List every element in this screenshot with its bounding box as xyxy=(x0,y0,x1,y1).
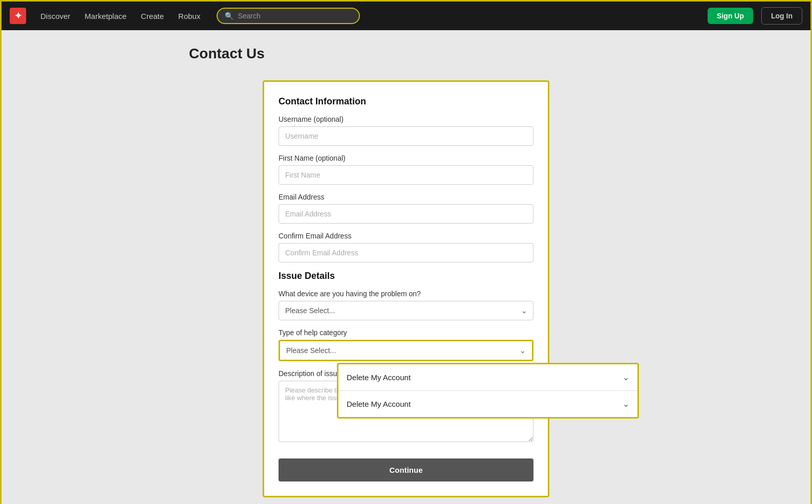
dropdown-item-1[interactable]: Delete My Account ⌄ xyxy=(338,391,637,417)
nav-links: Discover Marketplace Create Robux xyxy=(34,8,206,25)
nav-create[interactable]: Create xyxy=(135,8,170,25)
help-category-select[interactable]: Please Select... xyxy=(280,341,532,360)
roblox-logo[interactable]: ✦ xyxy=(10,8,26,24)
content-wrapper: Contact Us Contact Information Username … xyxy=(48,46,764,497)
issue-details-title: Issue Details xyxy=(279,271,533,281)
continue-button[interactable]: Continue xyxy=(279,458,533,481)
nav-discover[interactable]: Discover xyxy=(34,8,76,25)
email-label: Email Address xyxy=(279,193,533,201)
search-input[interactable] xyxy=(238,12,352,20)
device-select[interactable]: Please Select... xyxy=(279,301,533,320)
help-category-label: Type of help category xyxy=(279,328,533,337)
username-field-group: Username (optional) xyxy=(279,115,533,146)
dropdown-item-0[interactable]: Delete My Account ⌄ xyxy=(338,364,637,391)
email-input[interactable] xyxy=(279,204,533,224)
dropdown-item-chevron-1: ⌄ xyxy=(623,399,629,409)
search-bar[interactable]: 🔍 xyxy=(217,8,360,24)
signup-button[interactable]: Sign Up xyxy=(708,8,753,24)
nav-marketplace[interactable]: Marketplace xyxy=(78,8,133,25)
username-label: Username (optional) xyxy=(279,115,533,123)
firstname-label: First Name (optional) xyxy=(279,154,533,162)
navbar: ✦ Discover Marketplace Create Robux 🔍 Si… xyxy=(2,2,810,30)
contact-info-title: Contact Information xyxy=(279,96,533,107)
device-select-wrapper: Please Select... ⌄ xyxy=(279,301,533,320)
page-title: Contact Us xyxy=(189,46,265,62)
email-field-group: Email Address xyxy=(279,193,533,224)
search-icon: 🔍 xyxy=(225,12,233,20)
firstname-field-group: First Name (optional) xyxy=(279,154,533,185)
confirm-email-input[interactable] xyxy=(279,243,533,262)
device-field-group: What device are you having the problem o… xyxy=(279,290,533,320)
help-category-select-wrapper: Please Select... ⌄ xyxy=(279,340,533,361)
firstname-input[interactable] xyxy=(279,165,533,185)
page-content: Contact Us Contact Information Username … xyxy=(2,30,810,504)
device-label: What device are you having the problem o… xyxy=(279,290,533,298)
dropdown-overlay: Delete My Account ⌄ Delete My Account ⌄ xyxy=(337,363,639,419)
contact-form-card: Contact Information Username (optional) … xyxy=(263,80,549,497)
dropdown-item-label-0: Delete My Account xyxy=(347,373,411,382)
nav-robux[interactable]: Robux xyxy=(172,8,206,25)
username-input[interactable] xyxy=(279,126,533,146)
login-button[interactable]: Log In xyxy=(761,7,802,25)
help-category-field-group: Type of help category Please Select... ⌄ xyxy=(279,328,533,361)
dropdown-item-chevron-0: ⌄ xyxy=(623,372,629,382)
confirm-email-label: Confirm Email Address xyxy=(279,232,533,240)
confirm-email-field-group: Confirm Email Address xyxy=(279,232,533,262)
dropdown-item-label-1: Delete My Account xyxy=(347,400,411,408)
